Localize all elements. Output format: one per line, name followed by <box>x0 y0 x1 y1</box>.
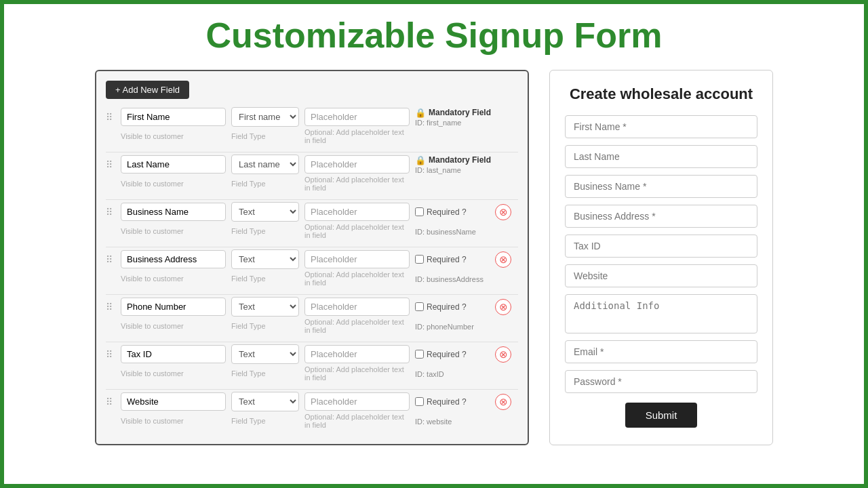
lock-icon: 🔒 <box>415 155 426 165</box>
required-label: Required ? <box>427 207 467 217</box>
field-mandatory: 🔒 Mandatory Field ID: last_name <box>415 155 496 174</box>
required-row: Required ? <box>415 207 490 217</box>
email-input[interactable] <box>565 340 757 363</box>
drag-handle-icon: ⠿ <box>106 159 115 170</box>
field-type-select[interactable]: Last name <box>231 155 299 174</box>
add-field-button[interactable]: + Add New Field <box>106 81 189 99</box>
field-row: ⠿ Text Required ? ⊗ Visible to customer … <box>106 297 518 334</box>
placeholder-hint: Optional: Add placeholder text in field <box>304 365 410 382</box>
mandatory-label-text: Mandatory Field <box>429 108 491 117</box>
visible-label: Visible to customer <box>121 417 226 425</box>
main-container: Customizable Signup Form + Add New Field… <box>4 4 864 484</box>
required-label: Required ? <box>427 255 467 264</box>
field-placeholder-input[interactable] <box>304 345 410 363</box>
field-type-select[interactable]: Text <box>231 202 299 222</box>
field-type-select[interactable]: Text <box>231 344 299 364</box>
visible-label: Visible to customer <box>121 180 226 188</box>
delete-field-button[interactable]: ⊗ <box>495 299 511 315</box>
delete-field-button[interactable]: ⊗ <box>495 346 511 363</box>
drag-handle-icon: ⠿ <box>106 207 115 218</box>
visible-label: Visible to customer <box>121 132 226 140</box>
panels-row: + Add New Field ⠿ First name 🔒 Mandatory… <box>24 70 844 445</box>
required-checkbox[interactable] <box>415 255 424 264</box>
business-name-input[interactable] <box>565 175 757 198</box>
field-row: ⠿ Text Required ? ⊗ Visible to customer <box>106 202 518 239</box>
placeholder-hint: Optional: Add placeholder text in field <box>304 223 410 239</box>
field-mandatory: 🔒 Mandatory Field ID: first_name <box>415 108 496 127</box>
password-input[interactable] <box>565 370 757 393</box>
field-type-select[interactable]: Text <box>231 249 299 269</box>
field-type-label: Field Type <box>231 322 299 330</box>
placeholder-hint: Optional: Add placeholder text in field <box>304 128 410 144</box>
delete-field-button[interactable]: ⊗ <box>495 251 511 268</box>
field-name-input[interactable] <box>121 203 226 221</box>
field-type-select[interactable]: Text <box>231 392 299 411</box>
drag-handle-icon: ⠿ <box>106 112 115 123</box>
lock-icon: 🔒 <box>415 108 426 118</box>
visible-label: Visible to customer <box>121 274 226 283</box>
visible-label: Visible to customer <box>121 227 226 235</box>
required-checkbox[interactable] <box>415 207 424 216</box>
submit-button[interactable]: Submit <box>625 403 698 428</box>
field-row: ⠿ Text Required ? ⊗ Visible to customer … <box>106 392 518 429</box>
required-label: Required ? <box>427 350 467 359</box>
field-placeholder-input[interactable] <box>304 298 410 316</box>
visible-label: Visible to customer <box>121 322 226 330</box>
field-placeholder-input[interactable] <box>304 108 410 126</box>
field-name-input[interactable] <box>121 108 226 126</box>
mandatory-label-text: Mandatory Field <box>429 155 491 165</box>
field-type-label: Field Type <box>231 274 299 283</box>
field-type-label: Field Type <box>231 132 299 140</box>
placeholder-hint: Optional: Add placeholder text in field <box>304 176 410 192</box>
field-id-text: ID: website <box>415 418 452 426</box>
required-checkbox[interactable] <box>415 350 424 359</box>
required-row: Required ? <box>415 397 490 407</box>
required-checkbox[interactable] <box>415 397 424 406</box>
delete-field-button[interactable]: ⊗ <box>495 204 511 220</box>
delete-field-button[interactable]: ⊗ <box>495 394 511 410</box>
additional-info-textarea[interactable] <box>565 294 757 333</box>
visible-label: Visible to customer <box>121 369 226 378</box>
field-placeholder-input[interactable] <box>304 250 410 268</box>
field-id-text: ID: businessName <box>415 228 476 236</box>
field-row: ⠿ Last name 🔒 Mandatory Field ID: last_n… <box>106 155 518 192</box>
required-checkbox[interactable] <box>415 302 424 311</box>
last-name-input[interactable] <box>565 145 757 168</box>
required-label: Required ? <box>427 397 467 407</box>
field-placeholder-input[interactable] <box>304 392 410 411</box>
placeholder-hint: Optional: Add placeholder text in field <box>304 318 410 334</box>
field-id-text: ID: businessAddress <box>415 275 484 283</box>
field-type-select[interactable]: First name <box>231 107 299 127</box>
field-name-input[interactable] <box>121 250 226 268</box>
form-title: Create wholesale account <box>565 85 757 103</box>
field-name-input[interactable] <box>121 298 226 316</box>
field-row: ⠿ Text Required ? ⊗ Visible to customer … <box>106 249 518 287</box>
field-name-input[interactable] <box>121 392 226 411</box>
field-placeholder-input[interactable] <box>304 203 410 221</box>
business-address-input[interactable] <box>565 205 757 228</box>
drag-handle-icon: ⠿ <box>106 349 115 360</box>
field-name-input[interactable] <box>121 345 226 363</box>
field-type-select[interactable]: Text <box>231 297 299 317</box>
required-row: Required ? <box>415 350 490 359</box>
placeholder-hint: Optional: Add placeholder text in field <box>304 270 410 287</box>
field-id-text: ID: phoneNumber <box>415 323 474 331</box>
drag-handle-icon: ⠿ <box>106 254 115 265</box>
page-title: Customizable Signup Form <box>205 16 662 55</box>
field-type-label: Field Type <box>231 180 299 188</box>
field-type-label: Field Type <box>231 417 299 425</box>
field-type-label: Field Type <box>231 369 299 378</box>
website-input[interactable] <box>565 264 757 287</box>
placeholder-hint: Optional: Add placeholder text in field <box>304 413 410 429</box>
right-panel: Create wholesale account Submit <box>549 70 773 445</box>
field-name-input[interactable] <box>121 155 226 174</box>
field-placeholder-input[interactable] <box>304 155 410 174</box>
field-type-label: Field Type <box>231 227 299 235</box>
required-label: Required ? <box>427 302 467 312</box>
tax-id-input[interactable] <box>565 235 757 258</box>
field-id-text: ID: taxID <box>415 370 444 378</box>
field-id-text: ID: first_name <box>415 119 496 127</box>
first-name-input[interactable] <box>565 115 757 138</box>
drag-handle-icon: ⠿ <box>106 302 115 312</box>
field-id-text: ID: last_name <box>415 166 496 174</box>
